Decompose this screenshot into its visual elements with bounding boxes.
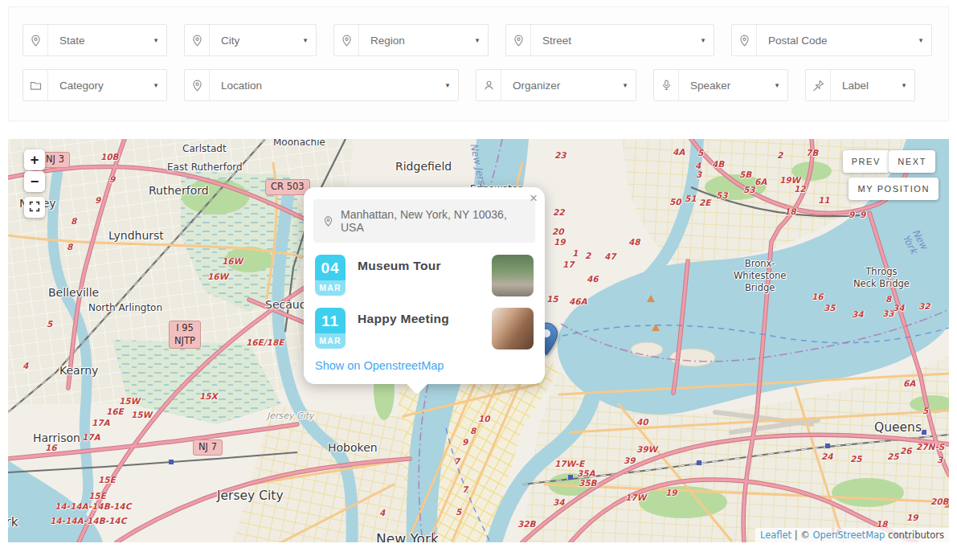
exit-label: 53	[743, 185, 755, 194]
mic-icon	[654, 70, 679, 100]
exit-label: 35	[824, 303, 836, 313]
filter-category[interactable]: Category▾	[22, 69, 167, 101]
filter-location[interactable]: Location▾	[184, 69, 459, 101]
exit-label: 53	[716, 190, 728, 200]
filter-placeholder: Organizer	[501, 70, 615, 100]
event-thumbnail-people-meeting	[492, 308, 534, 349]
exit-label: 19	[906, 513, 918, 522]
zoom-control: + −	[24, 149, 45, 193]
exit-label: 39W	[636, 444, 657, 454]
map-label-hoboken: Hoboken	[328, 441, 378, 454]
pin-icon	[23, 25, 48, 55]
exit-label: 17A	[82, 432, 100, 442]
person-icon	[476, 70, 501, 100]
map-label-bronx-whitestone-bridge: Bronx- Whitestone Bridge	[734, 258, 786, 294]
filter-placeholder: City	[210, 25, 295, 55]
map-label-queens: Queens	[874, 420, 922, 435]
exit-label: 20	[552, 227, 564, 236]
filter-organizer[interactable]: Organizer▾	[476, 69, 636, 101]
exit-label: 23	[554, 150, 566, 160]
exit-label: 4	[379, 508, 385, 517]
route-shield-i-95-njtp: I 95 NJTP	[169, 321, 201, 349]
exit-label: 48	[628, 237, 640, 247]
exit-label: 2	[777, 150, 783, 160]
next-button[interactable]: NEXT	[889, 150, 935, 173]
exit-label: 10	[478, 414, 490, 423]
pin-icon	[506, 25, 531, 55]
map-label-moonachie: Moonachie	[273, 139, 325, 148]
filter-city[interactable]: City▾	[184, 24, 317, 56]
exit-label: 8	[71, 216, 76, 226]
exit-label: 18	[784, 206, 796, 216]
zoom-in-button[interactable]: +	[24, 149, 45, 170]
filter-placeholder: Location	[210, 70, 437, 100]
exit-label: 9	[860, 210, 865, 219]
map-label-new-york: New York	[376, 531, 439, 542]
popup-address-text: Manhattan, New York, NY 10036, USA	[341, 208, 526, 234]
exit-label: 16	[812, 292, 824, 301]
chevron-down-icon: ▾	[145, 70, 166, 100]
filter-placeholder: Region	[359, 25, 467, 55]
event-thumbnail-museum-crowd	[492, 255, 534, 296]
filter-street[interactable]: Street▾	[505, 24, 714, 56]
event-title: Happy Meeting	[358, 308, 480, 326]
route-shield-cr-503: CR 503	[265, 179, 310, 195]
filter-placeholder: State	[48, 25, 145, 55]
exit-label: 34	[893, 303, 905, 313]
filter-row: State▾City▾Region▾Street▾Postal Code▾	[22, 24, 935, 56]
filter-speaker[interactable]: Speaker▾	[653, 69, 788, 101]
exit-label: 46	[587, 274, 599, 284]
exit-label: 16E	[106, 407, 124, 416]
chevron-down-icon: ▾	[894, 70, 914, 100]
pin-icon	[334, 25, 359, 55]
exit-label: 7B	[806, 148, 818, 157]
popup-close-button[interactable]: ×	[530, 191, 538, 205]
event-row-happy-meeting[interactable]: 11MARHappy Meeting	[304, 300, 545, 354]
exit-label: 3	[937, 455, 943, 464]
exit-label: 47	[604, 251, 616, 261]
attribution-divider: |	[795, 529, 798, 541]
filter-placeholder: Speaker	[679, 70, 767, 100]
exit-label: 1	[572, 248, 578, 258]
exit-label: 39	[624, 456, 636, 465]
filter-state[interactable]: State▾	[22, 24, 167, 56]
filter-label[interactable]: Label▾	[805, 69, 915, 101]
map[interactable]: CarlstadtMoonachieEast RutherfordRidgefi…	[8, 139, 949, 542]
exit-label: 9	[462, 437, 468, 447]
exit-label: 34	[553, 497, 565, 507]
exit-label: 8	[67, 242, 72, 251]
exit-label: 27N-S	[916, 442, 944, 452]
chevron-down-icon: ▾	[615, 70, 636, 100]
my-position-button[interactable]: MY POSITION	[849, 178, 939, 200]
openstreetmap-link[interactable]: OpenStreetMap	[812, 529, 885, 541]
exit-label: 17W-E	[554, 459, 584, 468]
exit-label: 14-14A-14B-14C	[55, 501, 131, 511]
show-on-openstreetmap-link[interactable]: Show on OpenstreetMap	[315, 359, 444, 372]
filter-region[interactable]: Region▾	[333, 24, 489, 56]
chevron-down-icon: ▾	[437, 70, 458, 100]
prev-button[interactable]: PREV	[843, 150, 890, 173]
filter-panel: State▾City▾Region▾Street▾Postal Code▾Cat…	[8, 6, 949, 121]
page: State▾City▾Region▾Street▾Postal Code▾Cat…	[0, 0, 957, 542]
exit-label: 25	[887, 452, 899, 461]
chevron-down-icon: ▾	[767, 70, 787, 100]
exit-label: 11	[818, 195, 830, 205]
fullscreen-button[interactable]	[24, 197, 45, 218]
zoom-out-button[interactable]: −	[24, 171, 45, 192]
map-label-north-arlington: North Arlington	[88, 302, 162, 313]
chevron-down-icon: ▾	[145, 25, 166, 55]
exit-label: 2E	[699, 198, 710, 207]
exit-label: 22	[553, 207, 565, 217]
filter-placeholder: Category	[48, 70, 145, 100]
chevron-down-icon: ▾	[910, 25, 931, 55]
exit-label: 32	[918, 301, 930, 311]
map-label-east-rutherford: East Rutherford	[167, 161, 243, 173]
map-label-newark: Newark	[8, 515, 18, 529]
event-day: 11	[315, 308, 346, 333]
event-month: MAR	[315, 333, 346, 349]
event-row-museum-tour[interactable]: 04MARMuseum Tour	[304, 247, 545, 300]
exit-label: 5	[922, 406, 928, 415]
filter-postal-code[interactable]: Postal Code▾	[731, 24, 932, 56]
leaflet-link[interactable]: Leaflet	[760, 529, 791, 541]
exit-label: 5	[697, 148, 703, 157]
